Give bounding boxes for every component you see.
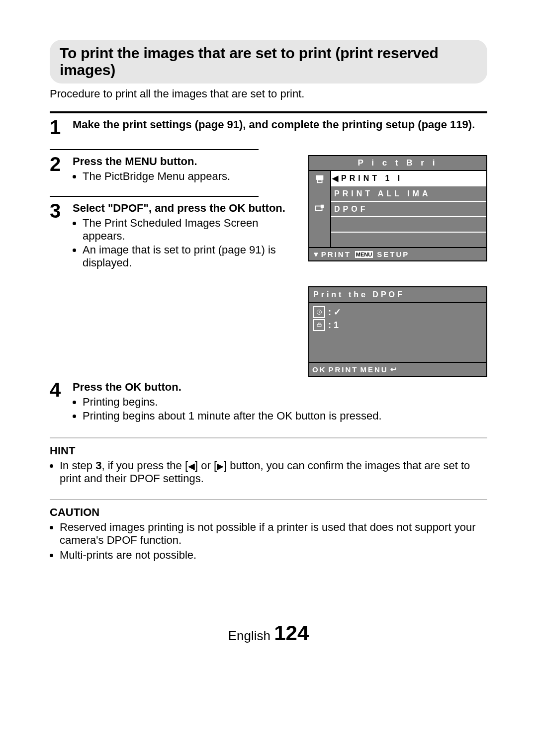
step-bullet: The PictBridge Menu appears. [83, 170, 298, 183]
svg-rect-5 [317, 325, 321, 327]
section-title: To print the images that are set to prin… [50, 40, 487, 84]
page-number: 124 [274, 621, 309, 645]
caution-heading: CAUTION [50, 506, 487, 519]
menu-tag-icon: MENU [355, 251, 373, 258]
menu-item-empty [331, 233, 486, 247]
hint-heading: HINT [50, 444, 487, 457]
date-value: : ✓ [328, 307, 341, 318]
step-number: 2 [50, 154, 65, 174]
step-4: 4 Press the OK button. Printing begins. … [50, 381, 487, 423]
step-bullet: The Print Scheduled Images Screen appear… [83, 217, 298, 243]
back-icon: ↩ [390, 365, 398, 374]
hint-print: ▼PRINT [312, 250, 351, 258]
left-arrow-icon: ◀ [188, 461, 195, 471]
screen-title: P i c t B r i [309, 156, 486, 171]
step-number: 1 [50, 117, 65, 137]
step-number: 4 [50, 380, 65, 400]
menu-item-print-1-image[interactable]: ◀PRINT 1 I [331, 171, 486, 186]
printer-settings-icon [309, 201, 330, 217]
step-1: 1 Make the print settings (page 91), and… [50, 118, 487, 137]
svg-rect-3 [321, 205, 324, 208]
step-3: 3 Select "DPOF", and press the OK button… [50, 202, 298, 270]
step-2: 2 Press the MENU button. The PictBridge … [50, 155, 298, 184]
ok-tag-icon: OK [312, 365, 327, 374]
svg-rect-1 [317, 180, 322, 183]
step-heading: Press the MENU button. [73, 155, 197, 168]
caution-item: Multi-prints are not possible. [60, 549, 487, 562]
divider [50, 111, 487, 113]
caution-item: Reserved images printing is not possible… [60, 521, 487, 547]
footer-language: English [228, 628, 274, 643]
menu-tag-icon: MENU [360, 365, 388, 374]
step-bullet: Printing begins about 1 minute after the… [83, 410, 487, 422]
divider [50, 196, 259, 197]
step-heading: Make the print settings (page 91), and c… [73, 118, 475, 131]
hint-text: In step 3, if you press the [◀] or [▶] b… [60, 459, 487, 485]
date-icon [313, 306, 325, 318]
menu-item-print-all-images[interactable]: PRINT ALL IMA [331, 186, 486, 202]
copies-value: : 1 [328, 320, 339, 331]
svg-rect-0 [316, 175, 324, 180]
menu-item-empty [331, 217, 486, 233]
right-arrow-icon: ▶ [217, 461, 224, 471]
svg-rect-6 [318, 323, 320, 325]
page-footer: English 124 [50, 621, 487, 645]
pictbridge-menu-screen: P i c t B r i ◀PRINT 1 I PRINT ALL IMA D [308, 155, 487, 261]
step-bullet: An image that is set to print (page 91) … [83, 244, 298, 269]
divider [50, 149, 259, 150]
intro-text: Procedure to print all the images that a… [50, 87, 487, 100]
divider [50, 499, 487, 500]
hint-print: PRINT [329, 365, 358, 374]
hint-setup: SETUP [377, 250, 409, 258]
printer-icon [309, 171, 330, 187]
step-number: 3 [50, 201, 65, 221]
step-heading: Press the OK button. [73, 381, 181, 393]
divider [50, 437, 487, 438]
step-heading: Select "DPOF", and press the OK button. [73, 202, 285, 214]
copies-icon [313, 319, 325, 331]
screen-title: Print the DPOF [309, 287, 486, 303]
print-scheduled-screen: Print the DPOF : ✓ : 1 [308, 286, 487, 377]
manual-page: To print the images that are set to prin… [0, 0, 537, 665]
step-bullet: Printing begins. [83, 396, 487, 409]
menu-item-dpof[interactable]: DPOF [331, 202, 486, 217]
